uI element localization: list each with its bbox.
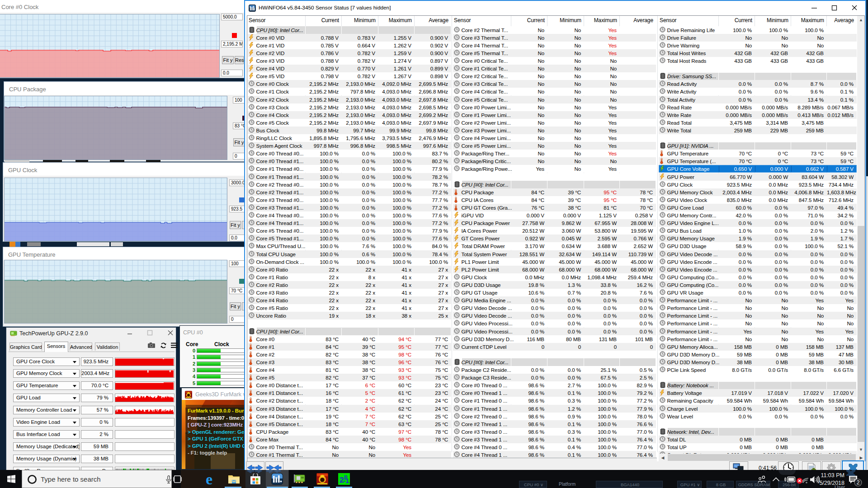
svg-text:2: 2 [857, 479, 860, 486]
